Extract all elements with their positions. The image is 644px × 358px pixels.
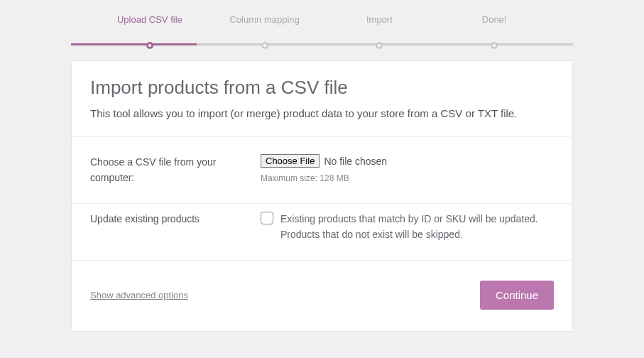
- continue-button[interactable]: Continue: [480, 281, 554, 310]
- step-done: Done!: [437, 14, 552, 45]
- step-dot-icon: [491, 42, 498, 49]
- step-dot-icon: [261, 42, 268, 49]
- card-footer: Show advanced options Continue: [72, 260, 572, 331]
- choose-file-button[interactable]: Choose File: [261, 154, 320, 168]
- wizard-stepper: Upload CSV file Column mapping Import Do…: [71, 14, 573, 45]
- update-existing-checkbox[interactable]: [261, 212, 273, 224]
- page-title: Import products from a CSV file: [90, 77, 554, 99]
- max-size-hint: Maximum size: 128 MB: [261, 173, 554, 183]
- update-existing-description: Existing products that match by ID or SK…: [280, 211, 554, 243]
- step-upload[interactable]: Upload CSV file: [92, 14, 207, 45]
- step-label: Import: [366, 14, 393, 25]
- choose-file-label: Choose a CSV file from your computer:: [90, 154, 239, 186]
- stepper-progress: [71, 43, 197, 45]
- section-update-existing: Update existing products Existing produc…: [72, 203, 572, 260]
- import-card: Import products from a CSV file This too…: [71, 60, 573, 332]
- step-mapping: Column mapping: [207, 14, 322, 45]
- step-label: Upload CSV file: [117, 14, 182, 25]
- file-chosen-status: No file chosen: [324, 156, 387, 167]
- update-existing-label: Update existing products: [90, 211, 239, 243]
- step-dot-icon: [146, 42, 153, 49]
- section-choose-file: Choose a CSV file from your computer: Ch…: [72, 136, 572, 203]
- step-label: Done!: [482, 14, 507, 25]
- page-lead: This tool allows you to import (or merge…: [90, 107, 554, 119]
- step-label: Column mapping: [229, 14, 299, 25]
- step-dot-icon: [376, 42, 383, 49]
- show-advanced-link[interactable]: Show advanced options: [90, 290, 188, 300]
- step-import: Import: [322, 14, 437, 45]
